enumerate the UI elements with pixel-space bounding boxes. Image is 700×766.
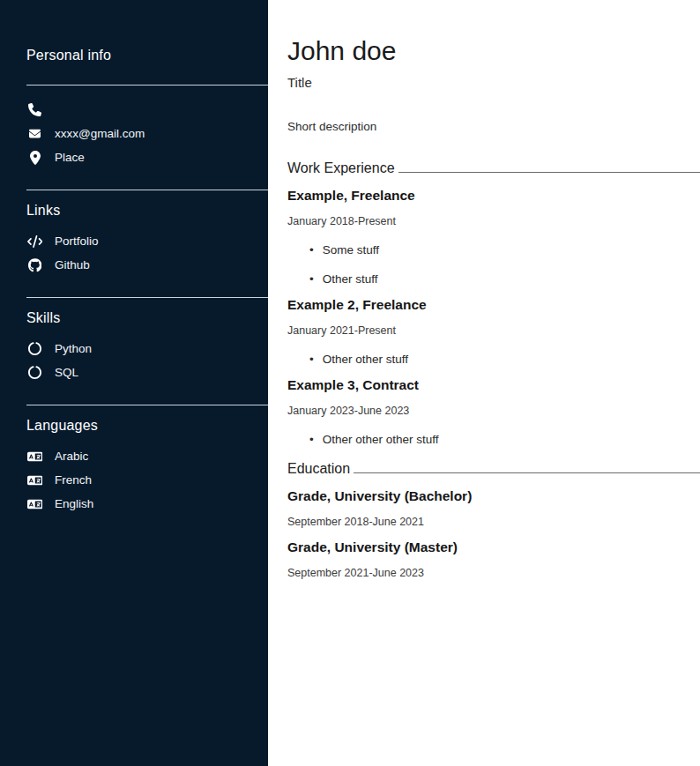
sidebar-divider — [26, 405, 268, 405]
sidebar-item-label: Place — [55, 151, 85, 164]
entry-date: January 2021-Present — [287, 324, 700, 337]
entry-bullet-list: Other other stuff — [287, 353, 700, 366]
entry-date: January 2018-Present — [287, 215, 700, 227]
sidebar-section: Languages Arabic French English — [26, 418, 268, 516]
entry-title: Example, Freelance — [287, 188, 700, 204]
entry-date: September 2021-June 2023 — [287, 567, 700, 579]
sidebar-section-list: Arabic French English — [26, 444, 268, 516]
sidebar-item: English — [26, 492, 268, 516]
entry-title: Grade, University (Bachelor) — [287, 488, 700, 504]
section-entries: Example, Freelance January 2018-Present … — [287, 188, 700, 446]
sidebar-section-title: Links — [26, 203, 268, 219]
sidebar-item-label: French — [55, 473, 92, 487]
resume-main: John doe Title Short description Work Ex… — [268, 0, 700, 579]
person-description: Short description — [287, 120, 700, 133]
entry-bullet: Other other other stuff — [287, 433, 700, 446]
sidebar-item-label: Python — [55, 342, 92, 355]
language-icon — [26, 498, 43, 510]
sidebar-section-title: Skills — [26, 310, 268, 326]
github-icon — [26, 258, 43, 272]
sidebar-item[interactable]: Portfolio — [26, 229, 268, 253]
entry-bullet-list: Other other other stuff — [287, 433, 700, 446]
sidebar-item[interactable]: Github — [26, 253, 268, 277]
sidebar-item-label: English — [55, 497, 93, 510]
resume-entry: Example 2, Freelance January 2021-Presen… — [287, 297, 700, 366]
sidebar-section: Skills Python SQL — [26, 310, 268, 384]
resume-entry: Example 3, Contract January 2023-June 20… — [287, 377, 700, 446]
sidebar-item-label[interactable]: Portfolio — [55, 234, 99, 248]
sidebar: Personal info xxxx@gmail.com Place Links… — [0, 0, 268, 766]
entry-bullet: Other stuff — [287, 272, 700, 286]
code-icon — [26, 235, 43, 248]
section-divider-line — [354, 472, 700, 473]
resume-section: Work Experience Example, Freelance Janua… — [287, 160, 700, 446]
section-title: Education — [287, 461, 350, 477]
language-icon — [26, 474, 43, 487]
resume-entry: Example, Freelance January 2018-Present … — [287, 188, 700, 286]
sidebar-divider — [26, 190, 268, 190]
sidebar-section-title: Languages — [26, 418, 268, 434]
location-pin-icon — [26, 151, 43, 165]
entry-date: September 2018-June 2021 — [287, 516, 700, 528]
sidebar-divider — [26, 297, 268, 298]
sidebar-item: French — [26, 468, 268, 492]
sidebar-item-label: Arabic — [55, 450, 88, 463]
sidebar-section-list: xxxx@gmail.com Place — [26, 98, 268, 169]
person-name: John doe — [287, 37, 700, 65]
sidebar-section-list: Python SQL — [26, 337, 268, 384]
circle-notch-icon — [26, 342, 43, 355]
section-entries: Grade, University (Bachelor) September 2… — [287, 488, 700, 579]
sidebar-item[interactable]: xxxx@gmail.com — [26, 122, 268, 145]
resume-section: Education Grade, University (Bachelor) S… — [287, 461, 700, 579]
sidebar-section-title: Personal info — [26, 48, 268, 63]
entry-date: January 2023-June 2023 — [287, 405, 700, 417]
entry-title: Grade, University (Master) — [287, 539, 700, 555]
resume-entry: Grade, University (Master) September 202… — [287, 539, 700, 579]
sidebar-divider — [26, 85, 268, 86]
sidebar-item-label[interactable]: Github — [55, 258, 90, 271]
resume-entry: Grade, University (Bachelor) September 2… — [287, 488, 700, 528]
sidebar-section: Links Portfolio Github — [26, 203, 268, 277]
entry-bullet: Other other stuff — [287, 353, 700, 366]
entry-title: Example 2, Freelance — [287, 297, 700, 313]
person-title: Title — [287, 75, 700, 90]
sidebar-section: Personal info xxxx@gmail.com Place — [26, 48, 268, 169]
sidebar-section-list: Portfolio Github — [26, 229, 268, 277]
sidebar-item: Place — [26, 145, 268, 169]
sidebar-item-label[interactable]: xxxx@gmail.com — [55, 127, 145, 140]
envelope-icon — [26, 128, 43, 139]
sidebar-item — [26, 98, 268, 122]
entry-bullet: Some stuff — [287, 243, 700, 257]
section-title: Work Experience — [287, 160, 395, 176]
sidebar-item: Arabic — [26, 444, 268, 468]
language-icon — [26, 450, 43, 463]
entry-bullet-list: Some stuffOther stuff — [287, 243, 700, 286]
sidebar-item: SQL — [26, 361, 268, 384]
circle-notch-icon — [26, 366, 43, 379]
sidebar-item: Python — [26, 337, 268, 361]
entry-title: Example 3, Contract — [287, 377, 700, 393]
phone-icon — [26, 103, 43, 116]
sidebar-item-label: SQL — [55, 366, 78, 379]
section-divider-line — [398, 172, 700, 173]
section-header: Education — [287, 461, 700, 477]
section-header: Work Experience — [287, 160, 700, 176]
